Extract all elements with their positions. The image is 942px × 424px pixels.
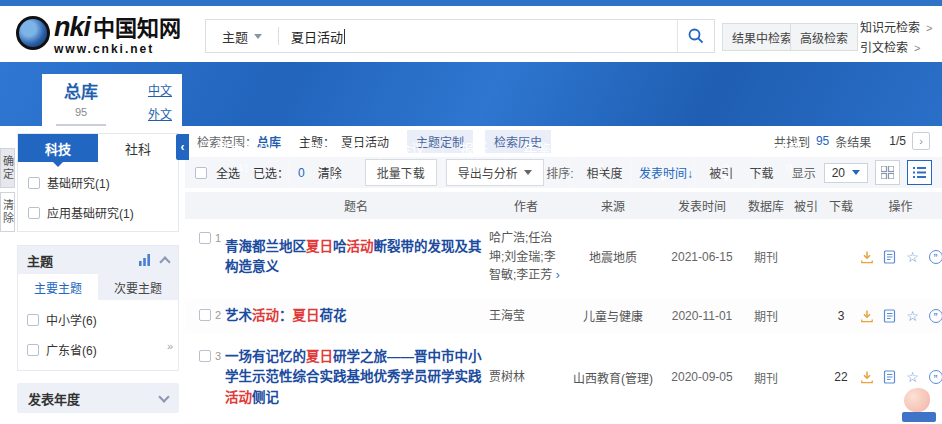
result-database: 期刊 [743,307,789,324]
section-label: 发表年度 [28,389,80,408]
filter-label: 广东省(6) [46,341,97,358]
filter-checkbox-item[interactable]: 中小学(6) [27,311,169,328]
nav-item-label: 学术期刊 [215,138,271,158]
row-checkbox[interactable] [199,232,211,244]
total-library-tab[interactable]: 总库 [64,78,98,103]
knowledge-element-search-link[interactable]: 知识元检索> [860,18,932,38]
nav-database-item[interactable]: 报纸 18 [442,136,505,187]
result-date: 2020-09-05 [661,370,743,384]
download-icon[interactable] [859,370,874,385]
result-date: 2020-11-01 [661,309,743,323]
mascot-image[interactable] [898,388,936,422]
favorite-icon[interactable]: ☆ [905,370,920,385]
favorite-icon[interactable]: ☆ [905,249,920,264]
row-checkbox[interactable] [199,350,211,362]
tab-social-science[interactable]: 社科 [98,134,178,162]
page-size-select[interactable]: 20 [824,163,868,183]
row-checkbox[interactable] [199,309,211,321]
topic-facet: 主题 主要主题 次要主题 » 中小学(6) 广东省(6) [17,245,179,371]
result-source[interactable]: 地震地质 [565,248,661,265]
result-title-link[interactable]: 一场有记忆的夏日研学之旅——晋中市中小学生示范性综合实践基地优秀学员研学实践活动… [225,347,487,408]
checkbox[interactable] [27,344,39,356]
sidebar-collapse-button[interactable]: ‹ [176,134,189,160]
tab-science-tech[interactable]: 科技 [18,134,98,162]
checkbox[interactable] [28,177,40,189]
citation-search-link[interactable]: 引文检索> [860,38,932,58]
result-title-link[interactable]: 青海都兰地区夏日哈活动断裂带的发现及其构造意义 [225,237,487,278]
cnki-logo[interactable]: nki中国知网 www.cnki.net [16,14,181,55]
nav-item-count: 0 [712,162,740,174]
search-field-label: 主题 [222,27,248,46]
filter-checkbox-item[interactable]: 广东省(6) [27,341,169,358]
nav-item-count: 0 [586,162,614,174]
clear-filter-button[interactable]: 清除 [0,192,15,232]
chevron-up-icon[interactable] [159,256,170,267]
next-page-button[interactable]: › [912,132,930,150]
foreign-link[interactable]: 外文 [148,105,172,122]
favorite-icon[interactable]: ☆ [905,308,920,323]
cite-icon[interactable]: ” [928,308,942,323]
column-header: 被引 [789,197,823,214]
download-icon[interactable] [859,249,874,264]
nav-item-count [649,162,677,174]
read-icon[interactable] [882,249,897,264]
read-icon[interactable] [882,370,897,385]
advanced-search-button[interactable]: 高级检索 [790,23,858,51]
nav-database-item[interactable]: 图书 0 [568,136,631,187]
topic-more-button[interactable]: » [167,340,173,352]
arrow-right-icon: > [926,22,932,34]
nav-database-item[interactable]: 专利 [631,136,694,187]
apply-filter-button[interactable]: 确定 [0,148,15,188]
nav-database-item[interactable]: 成果 0 [757,136,820,187]
topic-filter-list: » 中小学(6) 广东省(6) [18,300,178,370]
column-header: 发表时间 [661,197,743,214]
total-library-card: 总库 95 中文 外文 [42,74,182,126]
result-download-count: 3 [823,309,859,323]
result-title-link[interactable]: 艺术活动：夏日荷花 [225,306,487,326]
nav-database-item[interactable]: 学位论文 1 [288,136,379,187]
nav-database-item[interactable]: 标准 0 [694,136,757,187]
authors-expand-icon[interactable]: › [552,268,559,282]
filter-label: 基础研究(1) [47,174,110,191]
nav-database-item[interactable]: 学术期刊 41 [198,136,288,187]
search-icon [687,27,705,45]
result-source[interactable]: 山西教育(管理) [565,369,661,386]
filter-checkbox-item[interactable]: 应用基础研究(1) [28,204,168,221]
tab-secondary-topic[interactable]: 次要主题 [98,274,178,300]
filter-label: 应用基础研究(1) [47,204,134,221]
chevron-down-icon [254,34,262,43]
sidebar-section-header[interactable]: 发表年度 [17,383,179,413]
nav-item-label: 学位论文 [306,138,362,158]
nav-item-count [523,162,551,174]
chevron-down-icon [596,176,604,185]
list-view-button[interactable] [907,160,932,185]
nav-database-item[interactable]: 会议 2 [379,136,442,187]
read-icon[interactable] [882,308,897,323]
search-button[interactable] [677,20,714,52]
nav-database-item[interactable]: 年鉴 [505,136,568,187]
chinese-link[interactable]: 中文 [148,81,172,98]
grid-view-button[interactable] [875,160,900,185]
bar-chart-icon[interactable] [139,254,152,266]
found-suffix: 条结果 [835,133,871,150]
download-icon[interactable] [859,308,874,323]
result-authors[interactable]: 王海莹 [487,307,565,326]
row-actions: ☆” [859,249,942,264]
checkbox[interactable] [27,314,39,326]
cite-icon[interactable]: ” [928,249,942,264]
result-authors[interactable]: 哈广浩;任治坤;刘金瑞;李智敏;李正芳 › [487,229,565,285]
nav-item-label: 成果 [775,138,803,158]
cite-icon[interactable]: ” [928,370,942,385]
search-field-select[interactable]: 主题 [206,20,278,52]
discipline-filter-list: 基础研究(1) 应用基础研究(1) [18,162,178,231]
search-input[interactable]: 夏日活动 [279,20,677,52]
result-database: 期刊 [743,248,789,265]
filter-checkbox-item[interactable]: 基础研究(1) [28,174,168,191]
row-actions: ☆” [859,308,942,323]
tab-primary-topic[interactable]: 主要主题 [18,274,98,300]
globe-icon [16,16,50,50]
result-source[interactable]: 儿童与健康 [565,307,661,324]
result-authors[interactable]: 贾树林 [487,368,565,387]
nav-item-label: 会议 [397,138,425,158]
checkbox[interactable] [28,207,40,219]
